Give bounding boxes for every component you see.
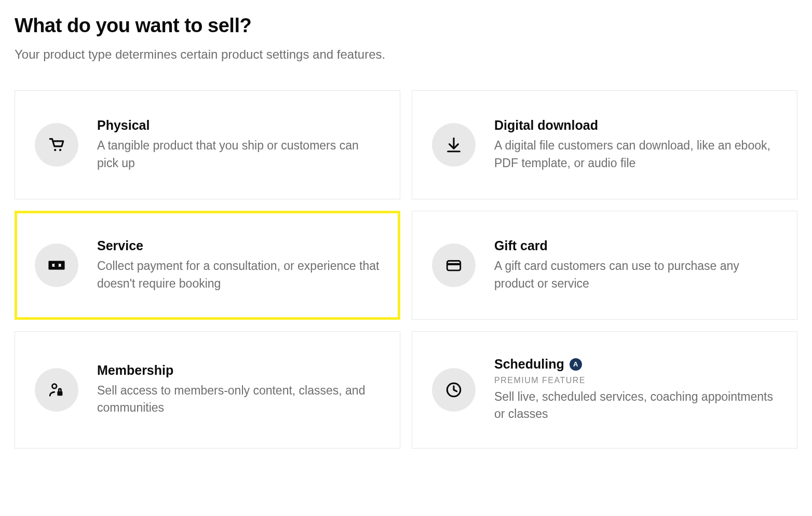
svg-rect-7	[447, 261, 461, 270]
option-title: Physical	[97, 118, 150, 133]
option-membership[interactable]: Membership Sell access to members-only c…	[15, 331, 400, 449]
money-icon	[35, 243, 78, 287]
option-service[interactable]: Service Collect payment for a consultati…	[15, 211, 400, 320]
option-desc: A digital file customers can download, l…	[494, 137, 777, 172]
option-desc: Sell live, scheduled services, coaching …	[494, 388, 777, 423]
svg-rect-10	[57, 391, 62, 396]
product-type-grid: Physical A tangible product that you shi…	[15, 90, 797, 449]
card-icon	[432, 243, 476, 287]
option-desc: Sell access to members-only content, cla…	[97, 382, 380, 417]
option-title: Gift card	[494, 238, 548, 253]
option-title: Membership	[97, 363, 173, 378]
clock-icon	[432, 368, 476, 412]
page-title: What do you want to sell?	[15, 15, 797, 37]
option-title: Service	[97, 238, 143, 253]
cart-icon	[35, 123, 78, 167]
option-digital-download[interactable]: Digital download A digital file customer…	[412, 90, 797, 199]
option-gift-card[interactable]: Gift card A gift card customers can use …	[412, 211, 797, 320]
option-scheduling[interactable]: Scheduling A PREMIUM FEATURE Sell live, …	[412, 331, 797, 449]
option-desc: A gift card customers can use to purchas…	[494, 257, 777, 292]
option-desc: A tangible product that you ship or cust…	[97, 137, 380, 172]
svg-point-1	[59, 149, 61, 151]
svg-point-6	[55, 264, 58, 267]
option-title: Digital download	[494, 118, 598, 133]
svg-rect-8	[447, 263, 461, 265]
premium-badge-icon: A	[570, 358, 582, 371]
option-desc: Collect payment for a consultation, or e…	[97, 257, 380, 292]
download-icon	[432, 123, 476, 167]
page-subtitle: Your product type determines certain pro…	[15, 47, 797, 62]
svg-point-0	[54, 149, 56, 151]
premium-feature-label: PREMIUM FEATURE	[494, 376, 777, 385]
person-lock-icon	[35, 368, 78, 412]
option-physical[interactable]: Physical A tangible product that you shi…	[15, 90, 400, 199]
option-title: Scheduling	[494, 357, 564, 372]
svg-point-9	[52, 384, 57, 389]
